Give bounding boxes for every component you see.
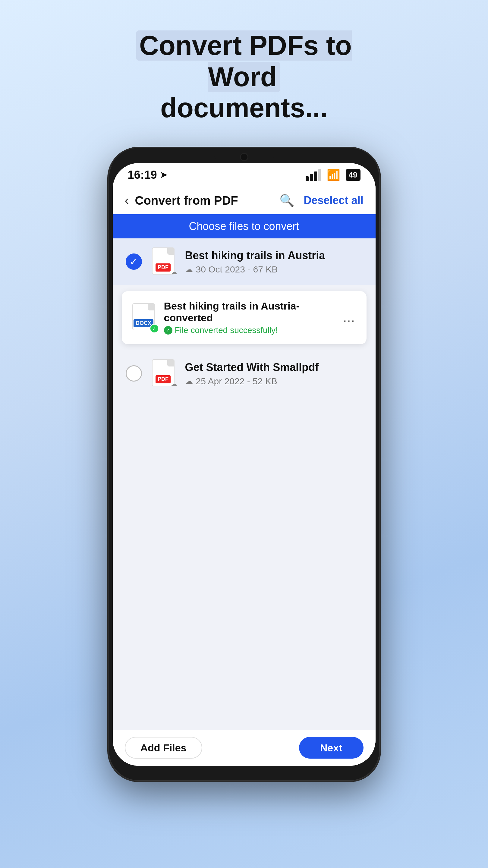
more-options-button[interactable]: … — [343, 310, 356, 325]
file-info-1: Best hiking trails in Austria ☁ 30 Oct 2… — [185, 249, 364, 275]
unchecked-circle — [126, 365, 142, 381]
file-icon-pdf-2: PDF ☁ — [152, 359, 176, 388]
status-check-icon: ✓ — [164, 326, 173, 335]
camera-notch — [214, 151, 274, 163]
deselect-all-button[interactable]: Deselect all — [304, 194, 363, 207]
signal-bar-4 — [318, 169, 321, 181]
title-highlight: Convert PDFs to Word — [136, 30, 352, 92]
search-button[interactable]: 🔍 — [279, 193, 295, 208]
status-bar: 16:19 ➤ 📶 49 — [113, 163, 375, 187]
file-name-1: Best hiking trails in Austria — [185, 249, 364, 263]
wifi-icon: 📶 — [327, 169, 340, 181]
file-item-unselected[interactable]: PDF ☁ Get Started With Smallpdf ☁ 25 Apr… — [113, 350, 375, 397]
converted-file-name: Best hiking trails in Austria-converted — [164, 300, 335, 324]
battery-indicator: 49 — [346, 169, 361, 181]
file-checkbox-checked[interactable]: ✓ — [125, 253, 143, 271]
banner-text: Choose files to convert — [189, 220, 299, 233]
signal-bar-3 — [314, 172, 317, 181]
header-right: 🔍 Deselect all — [279, 193, 363, 208]
file-item-selected[interactable]: ✓ PDF ☁ Best hiking trails in Austria ☁ … — [113, 239, 375, 285]
success-check-icon: ✓ — [150, 324, 159, 333]
pdf-badge: PDF — [155, 264, 171, 272]
navigation-arrow-icon: ➤ — [160, 170, 167, 180]
phone-mockup: 16:19 ➤ 📶 49 — [109, 148, 380, 781]
file-name-2: Get Started With Smallpdf — [185, 361, 364, 375]
status-time: 16:19 ➤ — [128, 168, 167, 181]
file-list: ✓ PDF ☁ Best hiking trails in Austria ☁ … — [113, 239, 375, 730]
file-icon-pdf: PDF ☁ — [152, 247, 176, 276]
phone-shell: 16:19 ➤ 📶 49 — [109, 148, 380, 781]
add-files-button[interactable]: Add Files — [125, 737, 202, 758]
status-icons: 📶 49 — [306, 169, 361, 181]
file-meta-2: ☁ 25 Apr 2022 - 52 KB — [185, 376, 364, 386]
file-meta-1: ☁ 30 Oct 2023 - 67 KB — [185, 264, 364, 275]
file-checkbox-unchecked[interactable] — [125, 364, 143, 382]
signal-bar-1 — [306, 176, 309, 181]
phone-screen: 16:19 ➤ 📶 49 — [113, 163, 375, 766]
signal-bar-2 — [310, 174, 313, 181]
back-button[interactable]: ‹ — [125, 193, 129, 208]
bottom-bar: Add Files Next — [113, 730, 375, 766]
page-title: Convert PDFs to Word documents... — [124, 30, 365, 124]
file-info-2: Get Started With Smallpdf ☁ 25 Apr 2022 … — [185, 361, 364, 387]
signal-strength-icon — [306, 169, 321, 181]
converted-card: DOCX ✓ Best hiking trails in Austria-con… — [122, 291, 367, 344]
page-title-label: Convert from PDF — [135, 194, 238, 207]
pdf-badge-2: PDF — [155, 375, 171, 383]
converted-status: ✓ File converted successfully! — [164, 326, 335, 335]
app-header: ‹ Convert from PDF 🔍 Deselect all — [113, 187, 375, 214]
convert-banner: Choose files to convert — [113, 214, 375, 239]
cloud-icon: ☁ — [171, 268, 177, 276]
cloud-small-icon-2: ☁ — [185, 377, 193, 386]
cloud-icon-2: ☁ — [171, 380, 177, 388]
converted-info: Best hiking trails in Austria-converted … — [164, 300, 335, 335]
cloud-small-icon: ☁ — [185, 265, 193, 274]
header-left: ‹ Convert from PDF — [125, 193, 238, 208]
next-button[interactable]: Next — [299, 737, 364, 758]
checked-icon: ✓ — [126, 253, 142, 270]
camera-lens — [240, 153, 248, 161]
converted-file-icon: DOCX ✓ — [132, 303, 156, 332]
